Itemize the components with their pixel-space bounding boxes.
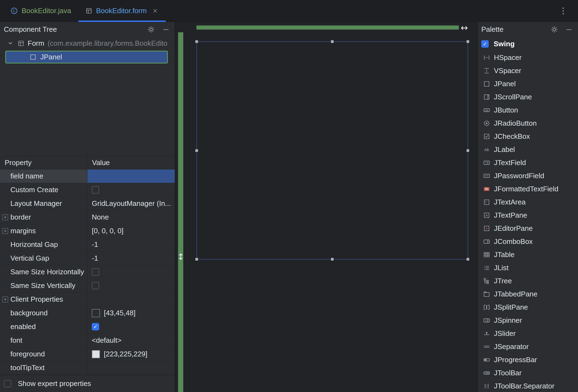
minimize-icon[interactable] (565, 25, 573, 33)
more-options-icon[interactable] (558, 4, 569, 18)
palette-item-jtextfield[interactable]: T JTextField (478, 156, 578, 169)
palette-group-label: Swing (494, 40, 515, 48)
expand-icon[interactable]: + (2, 296, 8, 302)
palette-item-jlist[interactable]: JList (478, 261, 578, 274)
minimize-icon[interactable] (162, 25, 170, 33)
palette-item-jtree[interactable]: JTree (478, 274, 578, 287)
tab-bookeditor-java[interactable]: C BookEditor.java (3, 0, 78, 22)
property-value-cell[interactable] (87, 361, 175, 374)
palette-item-jtoolbar[interactable]: JToolBar (478, 366, 578, 379)
property-row-margins[interactable]: +margins[0, 0, 0, 0] (0, 224, 175, 238)
property-row-horizontal-gap[interactable]: Horizontal Gap-1 (0, 238, 175, 252)
vertical-size-guide-bar[interactable] (178, 32, 183, 392)
palette-item-jpasswordfield[interactable]: JPasswordField (478, 169, 578, 182)
property-value-cell[interactable]: <default> (87, 334, 175, 347)
palette-item-jtabbedpane[interactable]: JTabbedPane (478, 287, 578, 301)
property-row-same-size-vertically[interactable]: Same Size Vertically (0, 279, 175, 293)
selection-handle-top-left[interactable] (195, 40, 198, 43)
property-row-border[interactable]: +borderNone (0, 211, 175, 224)
palette-item-jbutton[interactable]: OK JButton (478, 103, 578, 117)
horizontal-size-guide-bar[interactable] (196, 25, 459, 30)
settings-gear-icon[interactable] (550, 25, 558, 33)
expand-icon[interactable]: + (2, 214, 8, 220)
property-value-cell[interactable]: GridLayoutManager (In... (87, 197, 175, 210)
palette-item-vspacer[interactable]: VSpacer (478, 64, 578, 77)
selection-handle-top-center[interactable] (331, 40, 334, 43)
unchecked-checkbox[interactable] (92, 282, 99, 289)
property-value-cell[interactable] (87, 183, 175, 197)
palette-item-jpanel[interactable]: JPanel (478, 77, 578, 90)
property-value-cell[interactable]: [0, 0, 0, 0] (87, 224, 175, 238)
palette-item-jformattedtextfield[interactable]: Ab JFormattedTextField (478, 182, 578, 195)
property-name-cell: enabled (0, 320, 87, 333)
palette-item-jcheckbox[interactable]: JCheckBox (478, 130, 578, 143)
v-resize-icon[interactable]: ↕ (175, 253, 186, 261)
palette-item-jlabel[interactable]: Ab JLabel (478, 143, 578, 156)
form-designer-canvas[interactable]: ↔ ↕ (175, 22, 478, 392)
tree-node-form[interactable]: Form (com.example.library.forms.BookEdit… (0, 37, 175, 50)
property-value-text: GridLayoutManager (In... (92, 199, 171, 208)
svg-text:C: C (13, 9, 16, 13)
close-icon[interactable] (152, 7, 159, 14)
property-row-custom-create[interactable]: Custom Create (0, 183, 175, 197)
palette-item-jtable[interactable]: JTable (478, 248, 578, 261)
property-row-layout-manager[interactable]: Layout ManagerGridLayoutManager (In... (0, 197, 175, 211)
selection-handle-top-right[interactable] (466, 40, 470, 43)
palette-item-jseparator[interactable]: JSeparator (478, 340, 578, 353)
property-value-cell[interactable]: -1 (87, 238, 175, 251)
property-row-tooltiptext[interactable]: toolTipText (0, 361, 175, 375)
property-row-client-properties[interactable]: +Client Properties (0, 293, 175, 306)
property-row-field-name[interactable]: field name (0, 169, 175, 183)
palette-item-jspinner[interactable]: 1 JSpinner (478, 314, 578, 327)
palette-item-jslider[interactable]: JSlider (478, 327, 578, 340)
chevron-down-icon[interactable] (7, 40, 14, 47)
property-value-cell[interactable] (87, 265, 175, 279)
property-row-font[interactable]: font<default> (0, 334, 175, 347)
palette-group-swing[interactable]: Swing (478, 37, 578, 51)
property-value-cell[interactable] (87, 169, 175, 183)
palette-item-hspacer[interactable]: HSpacer (478, 51, 578, 64)
swing-group-checkbox[interactable] (481, 40, 489, 48)
tree-node-jpanel[interactable]: JPanel (5, 51, 168, 64)
selection-handle-bottom-center[interactable] (331, 258, 334, 261)
selection-handle-middle-right[interactable] (466, 149, 470, 152)
color-swatch[interactable] (92, 350, 100, 358)
palette-item-jtextarea[interactable]: T JTextArea (478, 195, 578, 209)
property-value-cell[interactable]: None (87, 211, 175, 224)
property-value-cell[interactable] (87, 320, 175, 333)
property-value-cell[interactable]: [43,45,48] (87, 306, 175, 320)
property-value-cell[interactable]: -1 (87, 252, 175, 265)
property-row-vertical-gap[interactable]: Vertical Gap-1 (0, 252, 175, 265)
palette-item-jcombobox[interactable]: JComboBox (478, 235, 578, 248)
jtoolbar-icon (483, 369, 490, 377)
property-row-background[interactable]: background[43,45,48] (0, 306, 175, 320)
expert-properties-row[interactable]: Show expert properties (0, 375, 175, 392)
property-row-enabled[interactable]: enabled (0, 320, 175, 334)
tab-bookeditor-form[interactable]: BookEditor.form (78, 0, 166, 22)
palette-item-jscrollpane[interactable]: JScrollPane (478, 90, 578, 103)
property-value-cell[interactable] (87, 293, 175, 306)
selected-component-frame[interactable] (196, 41, 468, 260)
expand-icon[interactable]: + (2, 228, 8, 234)
property-value-cell[interactable]: [223,225,229] (87, 347, 175, 361)
selection-handle-middle-left[interactable] (195, 149, 198, 152)
unchecked-checkbox[interactable] (92, 186, 99, 194)
selection-handle-bottom-left[interactable] (195, 258, 198, 261)
palette-item-jsplitpane[interactable]: JSplitPane (478, 301, 578, 314)
h-resize-icon[interactable]: ↔ (461, 22, 468, 33)
unchecked-checkbox[interactable] (92, 268, 99, 276)
settings-gear-icon[interactable] (147, 25, 155, 33)
palette-item-jradiobutton[interactable]: JRadioButton (478, 117, 578, 130)
property-value-cell[interactable] (87, 279, 175, 292)
palette-item-jtoolbar-separator[interactable]: JToolBar.Separator (478, 379, 578, 392)
color-swatch[interactable] (92, 309, 100, 317)
palette-item-jprogressbar[interactable]: JProgressBar (478, 353, 578, 366)
property-row-foreground[interactable]: foreground[223,225,229] (0, 347, 175, 361)
palette-item-jtextpane[interactable]: A JTextPane (478, 209, 578, 222)
checked-checkbox[interactable] (92, 323, 99, 330)
palette-item-jeditorpane[interactable]: A JEditorPane (478, 222, 578, 235)
property-row-same-size-horizontally[interactable]: Same Size Horizontally (0, 265, 175, 279)
show-expert-properties-checkbox[interactable] (4, 380, 11, 387)
property-rows: field nameCustom CreateLayout ManagerGri… (0, 169, 175, 375)
selection-handle-bottom-right[interactable] (466, 258, 470, 261)
